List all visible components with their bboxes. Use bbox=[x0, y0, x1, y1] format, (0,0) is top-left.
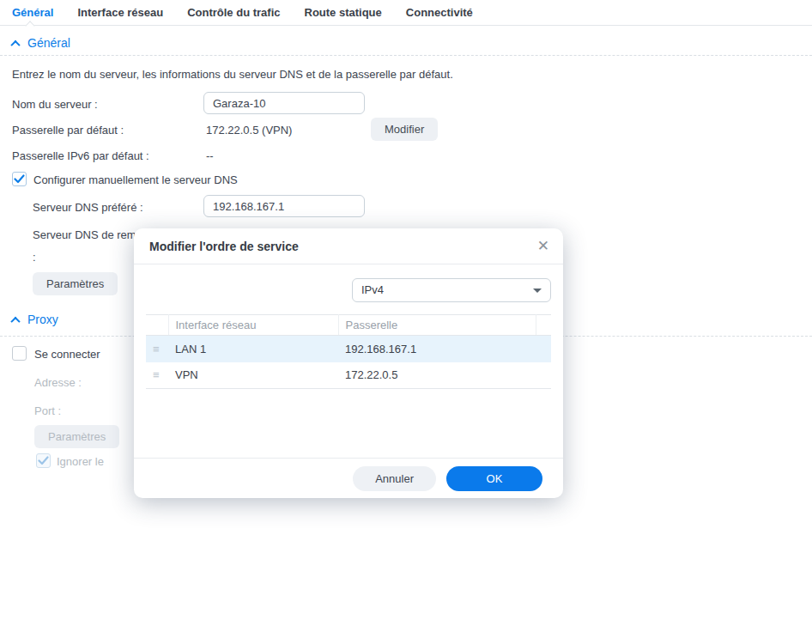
proxy-advanced-settings-button: Paramètres bbox=[34, 425, 119, 448]
ipv6-gateway-label: Passerelle IPv6 par défaut : bbox=[12, 149, 149, 162]
handle-column-header bbox=[146, 315, 168, 336]
manual-dns-checkbox[interactable] bbox=[12, 172, 27, 186]
dialog-footer: Annuler OK bbox=[134, 458, 563, 498]
ok-button[interactable]: OK bbox=[446, 466, 542, 491]
check-icon bbox=[14, 174, 25, 184]
proxy-ignore-checkbox bbox=[36, 453, 51, 468]
drag-handle-icon[interactable]: ≡ bbox=[153, 343, 160, 355]
section-title: Général bbox=[27, 36, 70, 50]
section-divider bbox=[0, 55, 812, 56]
tab-bar: GénéralInterface réseauContrôle du trafi… bbox=[0, 0, 812, 26]
modify-gateway-button[interactable]: Modifier bbox=[371, 118, 438, 141]
dialog-title: Modifier l'ordre de service bbox=[149, 240, 299, 253]
tab-traffic-control[interactable]: Contrôle du trafic bbox=[187, 0, 280, 25]
chevron-down-icon bbox=[533, 289, 542, 293]
dialog-header: Modifier l'ordre de service ✕ bbox=[134, 228, 563, 264]
collapse-chevron-icon bbox=[10, 40, 20, 50]
table-row-lan1[interactable]: ≡ LAN 1 192.168.167.1 bbox=[146, 336, 551, 362]
end-column-header bbox=[536, 315, 551, 336]
ip-version-select[interactable]: IPv4 bbox=[352, 278, 551, 302]
tab-static-route[interactable]: Route statique bbox=[305, 0, 382, 25]
dialog-body: IPv4 Interface réseau Passerelle ≡ bbox=[134, 264, 563, 389]
preferred-dns-label: Serveur DNS préféré : bbox=[33, 201, 143, 214]
gateway-cell: 172.22.0.5 bbox=[338, 362, 536, 389]
ipv6-gateway-value: -- bbox=[206, 149, 214, 162]
table-row-vpn[interactable]: ≡ VPN 172.22.0.5 bbox=[146, 362, 551, 389]
cancel-button[interactable]: Annuler bbox=[353, 466, 436, 491]
manual-dns-checkbox-label[interactable]: Configurer manuellement le serveur DNS bbox=[33, 173, 238, 186]
table-header-row: Interface réseau Passerelle bbox=[146, 315, 551, 336]
dns-advanced-settings-button[interactable]: Paramètres bbox=[33, 272, 118, 295]
interface-cell: LAN 1 bbox=[168, 336, 338, 362]
tab-network-interface[interactable]: Interface réseau bbox=[77, 0, 163, 25]
preferred-dns-input[interactable] bbox=[203, 195, 365, 217]
network-settings-page: GénéralInterface réseauContrôle du trafi… bbox=[0, 0, 812, 644]
general-description: Entrez le nom du serveur, les informatio… bbox=[12, 68, 453, 81]
drag-handle-icon[interactable]: ≡ bbox=[153, 368, 160, 381]
interface-cell: VPN bbox=[168, 362, 338, 389]
interface-column-header: Interface réseau bbox=[168, 315, 338, 336]
proxy-ignore-checkbox-label: Ignorer le bbox=[57, 455, 104, 468]
gateway-cell: 192.168.167.1 bbox=[338, 336, 536, 362]
proxy-connect-checkbox[interactable] bbox=[12, 346, 27, 361]
section-title: Proxy bbox=[27, 313, 58, 326]
proxy-address-label: Adresse : bbox=[34, 376, 82, 389]
close-icon[interactable]: ✕ bbox=[537, 228, 549, 264]
proxy-port-label: Port : bbox=[34, 404, 61, 417]
gateway-column-header: Passerelle bbox=[338, 315, 536, 336]
section-header-proxy[interactable]: Proxy bbox=[12, 313, 58, 326]
section-header-general[interactable]: Général bbox=[12, 36, 70, 50]
server-name-input[interactable] bbox=[203, 92, 365, 114]
default-gateway-label: Passerelle par défaut : bbox=[12, 124, 124, 137]
service-order-table: Interface réseau Passerelle ≡ LAN 1 192.… bbox=[146, 314, 551, 389]
ip-version-value: IPv4 bbox=[361, 283, 384, 296]
service-order-dialog: Modifier l'ordre de service ✕ IPv4 Inter… bbox=[134, 228, 563, 498]
collapse-chevron-icon bbox=[10, 317, 20, 326]
check-icon bbox=[38, 456, 49, 465]
tab-general[interactable]: Général bbox=[12, 0, 53, 25]
tab-connectivity[interactable]: Connectivité bbox=[406, 0, 473, 25]
proxy-connect-checkbox-label[interactable]: Se connecter bbox=[34, 348, 100, 361]
default-gateway-value: 172.22.0.5 (VPN) bbox=[206, 124, 292, 137]
server-name-label: Nom du serveur : bbox=[12, 98, 98, 111]
